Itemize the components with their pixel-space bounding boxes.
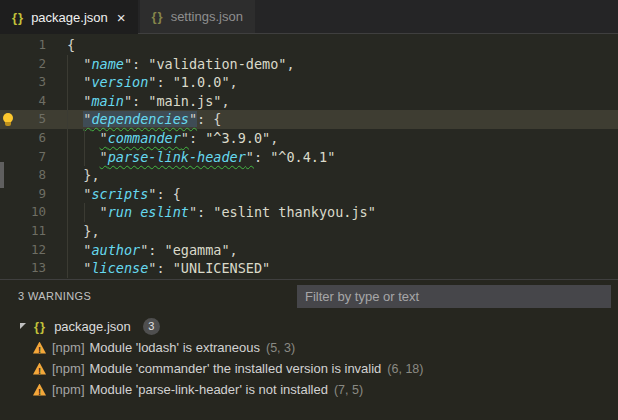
problem-source: [npm] (52, 340, 85, 355)
code-text: "scripts": { (67, 185, 181, 204)
problem-location: (6, 18) (387, 362, 423, 376)
code-text: }, (67, 166, 100, 185)
problem-row[interactable]: [npm]Module 'parse-link-header' is not i… (0, 379, 618, 400)
warning-icon (33, 384, 46, 396)
glyph-margin (0, 55, 18, 74)
group-file-name: package.json (54, 319, 131, 334)
line-number: 9 (18, 185, 46, 204)
lightbulb-icon[interactable] (3, 113, 13, 123)
problem-items: [npm]Module 'lodash' is extraneous(5, 3)… (0, 337, 618, 400)
code-editor[interactable]: 1{2 "name": "validation-demo",3 "version… (0, 34, 618, 279)
warning-icon (33, 363, 46, 375)
warning-icon (33, 342, 46, 354)
code-line[interactable]: 2 "name": "validation-demo", (0, 55, 618, 74)
indent-guide (67, 55, 68, 278)
glyph-margin (0, 92, 18, 111)
glyph-margin (0, 36, 18, 55)
json-file-icon: {} (12, 10, 24, 25)
code-line[interactable]: 7 "parse-link-header": "^0.4.1" (0, 148, 618, 167)
line-number: 8 (18, 166, 46, 185)
code-text: "license": "UNLICENSED" (67, 259, 270, 278)
code-text: "name": "validation-demo", (67, 55, 295, 74)
close-icon[interactable]: × (117, 10, 126, 25)
problems-group-row[interactable]: {} package.json 3 (0, 315, 618, 337)
problems-filter-input[interactable] (297, 285, 611, 308)
problem-message: Module 'lodash' is extraneous (90, 340, 260, 355)
glyph-margin (0, 241, 18, 260)
code-line[interactable]: 1{ (0, 36, 618, 55)
code-text: "dependencies": { (67, 110, 221, 129)
problem-source: [npm] (52, 382, 85, 397)
glyph-margin (0, 110, 18, 129)
problems-tree: {} package.json 3 [npm]Module 'lodash' i… (0, 315, 618, 400)
tab-label: package.json (31, 10, 108, 25)
code-line[interactable]: 8 }, (0, 166, 618, 185)
glyph-margin (0, 222, 18, 241)
editor-lines: 1{2 "name": "validation-demo",3 "version… (0, 36, 618, 278)
code-line[interactable]: 4 "main": "main.js", (0, 92, 618, 111)
code-text: "main": "main.js", (67, 92, 230, 111)
json-file-icon: {} (152, 9, 164, 24)
glyph-margin (0, 129, 18, 148)
code-text: "version": "1.0.0", (67, 73, 238, 92)
glyph-margin (0, 73, 18, 92)
left-edge-marker (0, 162, 4, 188)
code-line[interactable]: 11 }, (0, 222, 618, 241)
tab-settings-json[interactable]: {} settings.json (140, 0, 255, 33)
editor-tab-bar: {} package.json × {} settings.json (0, 0, 618, 34)
problem-location: (5, 3) (266, 341, 295, 355)
vscode-window: {} package.json × {} settings.json 1{2 "… (0, 0, 618, 420)
problem-location: (7, 5) (334, 383, 363, 397)
code-line[interactable]: 3 "version": "1.0.0", (0, 73, 618, 92)
problem-row[interactable]: [npm]Module 'commander' the installed ve… (0, 358, 618, 379)
code-text: "commander": "^3.9.0", (67, 129, 278, 148)
code-text: }, (67, 222, 100, 241)
line-number: 4 (18, 92, 46, 111)
line-number: 12 (18, 241, 46, 260)
code-text: "run eslint": "eslint thankyou.js" (67, 203, 376, 222)
problems-panel: 3 WARNINGS {} package.json 3 [npm]Module… (0, 279, 618, 420)
code-line[interactable]: 12 "author": "egamma", (0, 241, 618, 260)
line-number: 5 (18, 110, 46, 129)
tab-package-json[interactable]: {} package.json × (0, 0, 138, 34)
code-text: "parse-link-header": "^0.4.1" (67, 148, 335, 167)
problem-row[interactable]: [npm]Module 'lodash' is extraneous(5, 3) (0, 337, 618, 358)
problems-summary: 3 WARNINGS (18, 290, 91, 302)
tab-label: settings.json (171, 9, 243, 24)
code-line[interactable]: 9 "scripts": { (0, 185, 618, 204)
glyph-margin (0, 259, 18, 278)
line-number: 2 (18, 55, 46, 74)
json-file-icon: {} (34, 319, 46, 334)
problem-message: Module 'commander' the installed version… (90, 361, 382, 376)
line-number: 13 (18, 259, 46, 278)
code-text: "author": "egamma", (67, 241, 238, 260)
line-number: 3 (18, 73, 46, 92)
line-number: 6 (18, 129, 46, 148)
code-line[interactable]: 6 "commander": "^3.9.0", (0, 129, 618, 148)
glyph-margin (0, 203, 18, 222)
problem-count-badge: 3 (143, 318, 160, 335)
line-number: 10 (18, 203, 46, 222)
line-number: 1 (18, 36, 46, 55)
code-text: { (67, 36, 75, 55)
code-line[interactable]: 10 "run eslint": "eslint thankyou.js" (0, 203, 618, 222)
code-line[interactable]: 13 "license": "UNLICENSED" (0, 259, 618, 278)
problem-message: Module 'parse-link-header' is not instal… (90, 382, 328, 397)
code-line[interactable]: 5 "dependencies": { (0, 110, 618, 129)
indent-guide (84, 129, 85, 166)
line-number: 11 (18, 222, 46, 241)
indent-guide (84, 203, 85, 222)
chevron-expanded-icon[interactable] (20, 323, 26, 329)
line-number: 7 (18, 148, 46, 167)
problem-source: [npm] (52, 361, 85, 376)
